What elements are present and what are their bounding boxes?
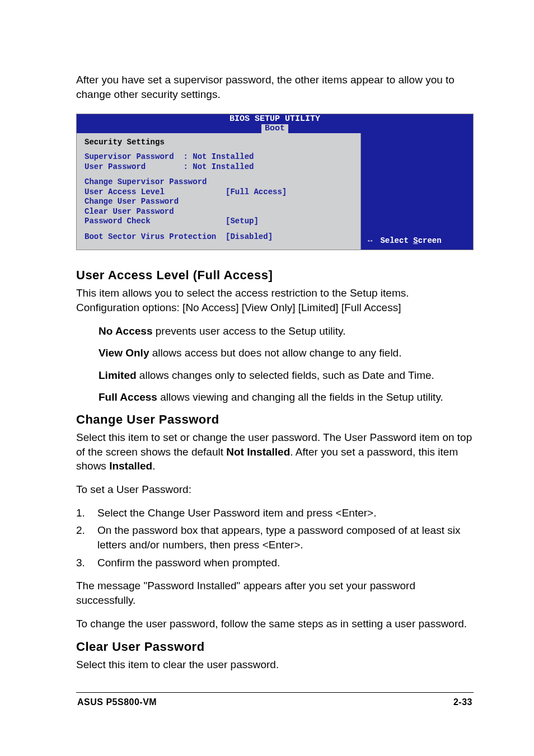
boot-sector-value: [Disabled] — [226, 232, 273, 241]
footer-right: 2-33 — [453, 697, 472, 707]
boot-sector-label: Boot Sector Virus Protection — [85, 232, 216, 241]
user-access-level-label: User Access Level — [85, 187, 165, 196]
bios-right-panel: ↔ Select Screen — [361, 133, 473, 250]
change-password-note: To change the user password, follow the … — [76, 617, 474, 631]
user-password-value: : Not Installed — [183, 162, 254, 171]
footer-left: ASUS P5S800-VM — [77, 697, 157, 707]
bios-screenshot: BIOS SETUP UTILITY Boot Security Setting… — [76, 114, 474, 250]
to-set-user-password: To set a User Password: — [76, 482, 474, 497]
step-1: 1.Select the Change User Password item a… — [76, 506, 474, 520]
change-user-password: Change User Password — [85, 197, 353, 207]
steps-list: 1.Select the Change User Password item a… — [76, 506, 474, 570]
bios-help-row: ↔ Select Screen — [368, 236, 467, 245]
bios-left-panel: Security Settings Supervisor Password : … — [77, 133, 361, 250]
supervisor-password-label: Supervisor Password — [85, 152, 174, 161]
user-password-label: User Password — [85, 162, 146, 171]
footer-divider — [76, 692, 474, 693]
user-access-level-value: [Full Access] — [226, 187, 287, 196]
option-limited: Limited allows changes only to selected … — [99, 368, 474, 383]
option-no-access: No Access prevents user access to the Se… — [99, 324, 474, 339]
change-user-password-heading: Change User Password — [76, 412, 474, 427]
clear-user-password-heading: Clear User Password — [76, 640, 474, 654]
step-3: 3.Confirm the password when prompted. — [76, 556, 474, 570]
password-check-value: [Setup] — [226, 217, 259, 226]
bios-section-title: Security Settings — [85, 138, 353, 147]
user-access-level-heading: User Access Level (Full Access] — [76, 268, 474, 283]
option-view-only: View Only allows access but does not all… — [99, 346, 474, 360]
bios-tab: Boot — [261, 124, 288, 134]
option-full-access: Full Access allows viewing and changing … — [99, 390, 474, 405]
bios-header: BIOS SETUP UTILITY Boot — [77, 114, 473, 133]
change-supervisor-password: Change Supervisor Password — [85, 177, 353, 187]
supervisor-password-value: : Not Installed — [183, 152, 254, 161]
step-2: 2.On the password box that appears, type… — [76, 523, 474, 552]
password-check-label: Password Check — [85, 217, 151, 226]
clear-user-password-desc: Select this item to clear the user passw… — [76, 658, 474, 672]
select-screen-label: Select Screen — [380, 236, 441, 245]
intro-text: After you have set a supervisor password… — [76, 73, 474, 101]
arrow-left-right-icon: ↔ — [368, 236, 372, 245]
change-user-password-desc: Select this item to set or change the us… — [76, 430, 474, 473]
password-installed-msg: The message "Password Installed" appears… — [76, 579, 474, 607]
access-options-list: No Access prevents user access to the Se… — [99, 324, 474, 405]
user-access-level-desc: This item allows you to select the acces… — [76, 286, 474, 314]
clear-user-password: Clear User Password — [85, 207, 353, 217]
bios-title: BIOS SETUP UTILITY — [229, 114, 320, 124]
